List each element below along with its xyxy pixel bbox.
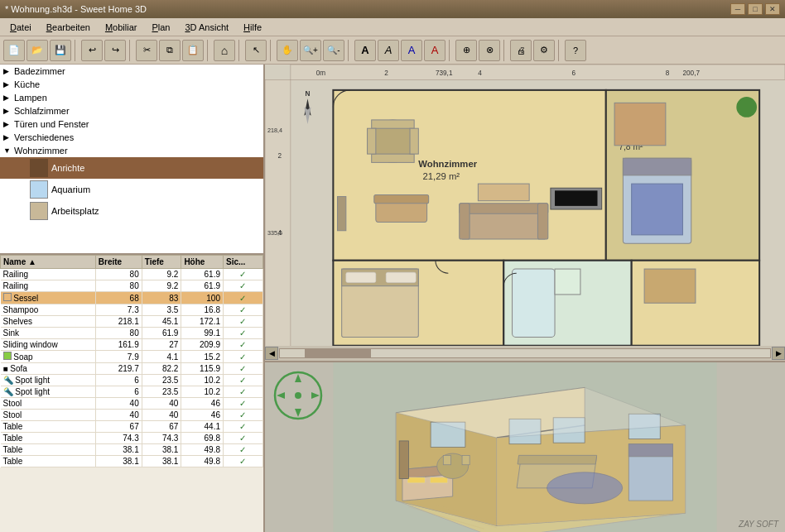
menu-plan[interactable]: Plan <box>145 21 176 34</box>
check-icon: ✓ <box>239 387 246 396</box>
table-row[interactable]: Stool404046✓ <box>1 398 263 410</box>
cell-hoehe: 69.8 <box>181 433 224 444</box>
cut-button[interactable]: ✂ <box>136 40 157 61</box>
floor-plan-view[interactable]: 0m 2 4 6 8 739,1 200,7 0m 2 4 218,4 335,… <box>265 65 785 362</box>
table-row[interactable]: Shelves218.145.1172.1✓ <box>1 316 263 328</box>
text2-button[interactable]: A <box>378 40 399 61</box>
paste-button[interactable]: 📋 <box>182 40 204 61</box>
col-breite[interactable]: Breite <box>95 256 142 269</box>
zoom-out-button[interactable]: 🔍- <box>323 40 344 61</box>
table-row[interactable]: Table74.374.369.8✓ <box>1 433 263 444</box>
menu-bearbeiten[interactable]: Bearbeiten <box>40 21 97 34</box>
col-name[interactable]: Name ▲ <box>1 256 96 269</box>
scroll-left-btn[interactable]: ◀ <box>265 347 278 360</box>
table-row[interactable]: Stool404046✓ <box>1 410 263 421</box>
table-row[interactable]: Table38.138.149.8✓ <box>1 456 263 467</box>
zoom-100-button[interactable]: ⊗ <box>479 40 500 61</box>
table-row[interactable]: Table676744.1✓ <box>1 421 263 433</box>
hscrollbar-top[interactable]: ◀ ▶ <box>265 346 785 361</box>
print-button[interactable]: 🖨 <box>510 40 532 61</box>
help-button[interactable]: ? <box>565 40 586 61</box>
copy-button[interactable]: ⧉ <box>159 40 181 61</box>
menu-hilfe[interactable]: Hilfe <box>237 21 268 34</box>
table-scroll-area[interactable]: Name ▲ Breite Tiefe Höhe Sic... Railing8… <box>0 255 263 532</box>
cell-name: Table <box>1 421 96 433</box>
tree-subitem-arbeitsplatz[interactable]: Arbeitsplatz <box>0 200 263 222</box>
zoom-fit-button[interactable]: ⊕ <box>455 40 477 61</box>
close-button[interactable]: ✕ <box>765 3 780 15</box>
menu-3d-ansicht[interactable]: 3D Ansicht <box>178 21 235 34</box>
table-row[interactable]: ■ Sofa219.782.2115.9✓ <box>1 363 263 375</box>
tree-item-wohnzimmer[interactable]: ▼ Wohnzimmer <box>0 144 263 157</box>
col-sic[interactable]: Sic... <box>223 256 262 269</box>
cell-name: Stool <box>1 410 96 421</box>
text4-button[interactable]: A <box>424 40 445 61</box>
settings-button[interactable]: ⚙ <box>533 40 555 61</box>
redo-button[interactable]: ↪ <box>104 40 126 61</box>
furniture-tree[interactable]: ▶ Badezimmer ▶ Küche ▶ Lampen ▶ Schlafzi… <box>0 65 263 255</box>
table-row[interactable]: 🔦 Spot light623.510.2✓ <box>1 386 263 398</box>
table-row[interactable]: Railing809.261.9✓ <box>1 280 263 292</box>
tree-item-schlafzimmer[interactable]: ▶ Schlafzimmer <box>0 104 263 117</box>
cell-check: ✓ <box>223 328 262 339</box>
3d-view[interactable]: ZAY SOFT <box>265 362 785 532</box>
undo-button[interactable]: ↩ <box>81 40 103 61</box>
cell-hoehe: 61.9 <box>181 280 224 292</box>
navigation-widget[interactable] <box>273 371 323 420</box>
menu-datei[interactable]: Datei <box>3 21 38 34</box>
cell-name: ■ Sofa <box>1 363 96 375</box>
tree-item-lampen[interactable]: ▶ Lampen <box>0 91 263 104</box>
main-area: ▶ Badezimmer ▶ Küche ▶ Lampen ▶ Schlafzi… <box>0 65 785 532</box>
nav-compass <box>273 371 323 420</box>
color-swatch <box>3 352 12 360</box>
check-icon: ✓ <box>239 399 246 408</box>
table-row[interactable]: Sessel6883100✓ <box>1 292 263 304</box>
col-tiefe[interactable]: Tiefe <box>142 256 181 269</box>
maximize-button[interactable]: □ <box>748 3 763 15</box>
window-controls: ─ □ ✕ <box>730 3 780 15</box>
svg-marker-87 <box>295 374 301 382</box>
table-row[interactable]: Sliding window161.927209.9✓ <box>1 339 263 351</box>
menu-mobiliar[interactable]: Mobiliar <box>99 21 144 34</box>
cell-breite: 74.3 <box>95 433 142 444</box>
add-home-button[interactable]: ⌂ <box>214 40 235 61</box>
table-row[interactable]: Sink8061.999.1✓ <box>1 328 263 339</box>
col-hoehe[interactable]: Höhe <box>181 256 224 269</box>
text-button[interactable]: A <box>354 40 376 61</box>
svg-rect-71 <box>628 444 672 457</box>
table-row[interactable]: Shampoo7.33.516.8✓ <box>1 304 263 316</box>
cell-name: Sliding window <box>1 339 96 351</box>
select-button[interactable]: ↖ <box>245 40 267 61</box>
table-row[interactable]: 🔦 Spot light623.510.2✓ <box>1 375 263 386</box>
cell-tiefe: 40 <box>142 398 181 410</box>
cell-check: ✓ <box>223 269 262 280</box>
svg-rect-49 <box>644 269 696 303</box>
cell-check: ✓ <box>223 280 262 292</box>
table-row[interactable]: Soap7.94.115.2✓ <box>1 351 263 363</box>
minimize-button[interactable]: ─ <box>730 3 745 15</box>
scroll-thumb[interactable] <box>305 349 371 357</box>
table-row[interactable]: Table38.138.149.8✓ <box>1 444 263 456</box>
cell-check: ✓ <box>223 351 262 363</box>
new-button[interactable]: 📄 <box>3 40 25 61</box>
open-button[interactable]: 📂 <box>26 40 48 61</box>
tree-item-verschiedenes[interactable]: ▶ Verschiedenes <box>0 131 263 144</box>
tree-item-kueche[interactable]: ▶ Küche <box>0 78 263 91</box>
scroll-right-btn[interactable]: ▶ <box>772 347 785 360</box>
scroll-track[interactable] <box>279 348 771 358</box>
tree-label-verschiedenes: Verschiedenes <box>14 132 74 142</box>
svg-rect-29 <box>374 195 429 204</box>
tree-item-badezimmer[interactable]: ▶ Badezimmer <box>0 65 263 78</box>
toolbar-sep-4 <box>238 40 242 61</box>
table-row[interactable]: Railing809.261.9✓ <box>1 269 263 280</box>
check-icon: ✓ <box>239 445 246 454</box>
hand-button[interactable]: ✋ <box>277 40 298 61</box>
zoom-in-button[interactable]: 🔍+ <box>300 40 321 61</box>
tree-item-tueren[interactable]: ▶ Türen und Fenster <box>0 117 263 131</box>
svg-text:200,7: 200,7 <box>682 69 700 77</box>
svg-point-86 <box>295 392 301 399</box>
save-button[interactable]: 💾 <box>50 40 71 61</box>
text3-button[interactable]: A <box>401 40 422 61</box>
tree-subitem-aquarium[interactable]: Aquarium <box>0 179 263 200</box>
tree-subitem-anrichte[interactable]: Anrichte <box>0 157 263 179</box>
